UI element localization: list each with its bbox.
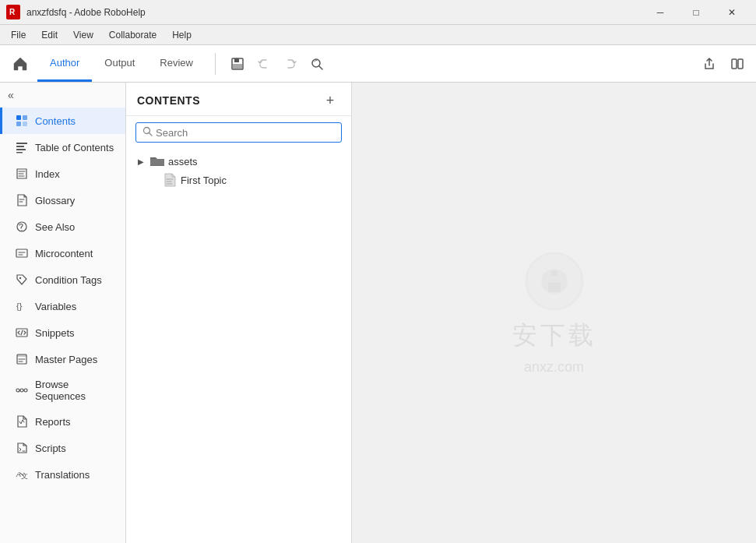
sidebar-item-translations-label: Translations	[35, 469, 90, 481]
sidebar-collapse-button[interactable]: «	[2, 86, 20, 104]
svg-rect-3	[234, 58, 239, 62]
sidebar-item-contents[interactable]: Contents	[0, 108, 125, 134]
tab-output[interactable]: Output	[92, 45, 147, 82]
svg-rect-7	[732, 59, 737, 69]
toolbar-actions	[225, 51, 329, 76]
svg-rect-24	[17, 354, 26, 357]
sidebar-item-see-also[interactable]: See Also	[0, 213, 125, 240]
sidebar-item-condition-tags-label: Condition Tags	[35, 274, 102, 286]
sidebar-item-master-pages-label: Master Pages	[35, 354, 97, 365]
svg-text:A: A	[16, 471, 21, 478]
sidebar-item-glossary-label: Glossary	[35, 195, 75, 206]
home-button[interactable]	[6, 50, 34, 78]
sidebar-item-snippets-label: Snippets	[35, 327, 75, 339]
undo-button[interactable]	[251, 51, 276, 76]
svg-line-31	[149, 133, 153, 136]
export-button[interactable]	[697, 51, 722, 76]
find-button[interactable]	[304, 51, 329, 76]
scripts-icon	[15, 441, 29, 455]
svg-rect-10	[23, 115, 27, 120]
snippets-icon	[15, 326, 29, 340]
workspace: 安下载 anxz.com	[352, 83, 756, 543]
sidebar-item-index-label: Index	[35, 168, 60, 180]
master-pages-icon	[15, 352, 29, 366]
sidebar-item-microcontent[interactable]: Microcontent	[0, 240, 125, 266]
watermark-text-cn: 安下载	[512, 319, 596, 353]
toc-icon	[15, 140, 29, 154]
svg-rect-15	[16, 149, 26, 150]
sidebar-item-microcontent-label: Microcontent	[35, 248, 93, 259]
tab-group: Author Output Review	[37, 45, 206, 82]
file-first-topic-label: First Topic	[181, 175, 227, 186]
menu-help[interactable]: Help	[164, 27, 199, 43]
svg-point-33	[551, 270, 557, 277]
sidebar-item-variables[interactable]: {} Variables	[0, 293, 125, 319]
variables-icon: {}	[15, 299, 29, 313]
search-icon	[142, 126, 153, 139]
svg-point-26	[20, 389, 23, 392]
menu-view[interactable]: View	[65, 27, 101, 43]
sidebar-item-toc[interactable]: Table of Contents	[0, 134, 125, 160]
svg-point-18	[21, 230, 23, 231]
microcontent-icon	[15, 246, 29, 260]
browse-sequences-icon	[15, 383, 29, 397]
sidebar-item-reports-label: Reports	[35, 416, 71, 428]
glossary-icon	[15, 193, 29, 207]
contents-panel: CONTENTS + ▶ asse	[126, 83, 352, 543]
split-view-button[interactable]	[725, 51, 750, 76]
menu-collaborate[interactable]: Collaborate	[101, 27, 164, 43]
folder-chevron-icon: ▶	[135, 156, 146, 167]
sidebar-item-variables-label: Variables	[35, 301, 76, 312]
svg-rect-4	[233, 64, 242, 69]
panel-title: CONTENTS	[137, 94, 200, 107]
sidebar-item-snippets[interactable]: Snippets	[0, 319, 125, 346]
panel-add-button[interactable]: +	[320, 90, 340, 111]
folder-assets-label: assets	[168, 156, 198, 167]
save-button[interactable]	[225, 51, 250, 76]
svg-text:{}: {}	[16, 301, 23, 311]
menu-edit[interactable]: Edit	[33, 27, 65, 43]
file-icon	[162, 174, 178, 186]
app-icon-text: R	[6, 5, 20, 20]
toolbar-right	[697, 51, 750, 76]
svg-point-25	[16, 389, 19, 392]
index-icon	[15, 167, 29, 181]
sidebar: « Contents	[0, 83, 126, 543]
sidebar-item-master-pages[interactable]: Master Pages	[0, 346, 125, 372]
svg-rect-13	[16, 143, 27, 144]
tab-review[interactable]: Review	[147, 45, 206, 82]
search-input[interactable]	[156, 127, 335, 139]
sidebar-item-see-also-label: See Also	[35, 221, 75, 233]
window-controls: ─ □ ✕	[642, 0, 750, 25]
panel-header: CONTENTS +	[126, 83, 351, 116]
sidebar-item-index[interactable]: Index	[0, 160, 125, 187]
svg-text:文: 文	[21, 472, 28, 480]
svg-rect-34	[548, 283, 561, 292]
redo-button[interactable]	[278, 51, 303, 76]
sidebar-item-translations[interactable]: A 文 Translations	[0, 461, 125, 488]
sidebar-item-scripts[interactable]: Scripts	[0, 435, 125, 461]
maximize-button[interactable]: □	[678, 0, 714, 25]
watermark-text-url: anxz.com	[524, 359, 584, 376]
sidebar-item-condition-tags[interactable]: Condition Tags	[0, 266, 125, 293]
watermark: 安下载 anxz.com	[512, 250, 596, 376]
file-tree: ▶ assets First Top	[126, 149, 351, 543]
app-title: anxzfdsfq - Adobe RoboHelp	[26, 7, 146, 18]
sidebar-item-glossary[interactable]: Glossary	[0, 187, 125, 213]
menu-file[interactable]: File	[3, 27, 33, 43]
sidebar-item-browse-sequences[interactable]: Browse Sequences	[0, 372, 125, 408]
reports-icon	[15, 414, 29, 428]
sidebar-item-reports[interactable]: Reports	[0, 408, 125, 435]
app-icon: R	[6, 5, 20, 19]
tree-file-first-topic[interactable]: First Topic	[126, 171, 351, 189]
svg-rect-8	[738, 59, 743, 69]
close-button[interactable]: ✕	[714, 0, 750, 25]
menu-bar: File Edit View Collaborate Help	[0, 25, 756, 45]
tree-folder-assets[interactable]: ▶ assets	[126, 152, 351, 171]
svg-point-20	[19, 277, 21, 279]
tab-author[interactable]: Author	[37, 45, 92, 82]
svg-point-32	[526, 253, 582, 309]
minimize-button[interactable]: ─	[642, 0, 678, 25]
svg-rect-14	[16, 146, 24, 147]
svg-rect-12	[23, 122, 27, 126]
